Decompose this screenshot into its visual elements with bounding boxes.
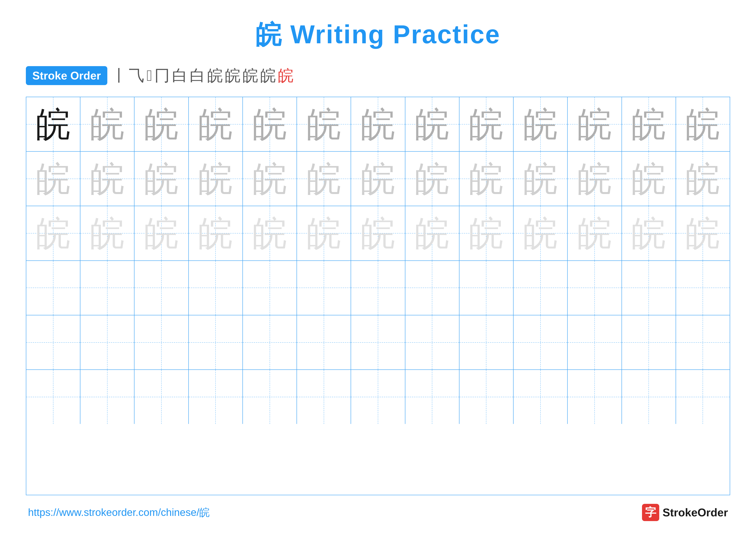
grid-cell (80, 261, 134, 315)
cell-character: 皖 (307, 162, 341, 196)
stroke-step-9: 皖 (243, 65, 258, 86)
grid-row: 皖皖皖皖皖皖皖皖皖皖皖皖皖 (26, 97, 730, 152)
grid-cell: 皖 (459, 152, 514, 206)
grid-row (26, 315, 730, 370)
grid-cell: 皖 (351, 152, 405, 206)
grid-cell: 皖 (514, 152, 568, 206)
cell-character: 皖 (632, 107, 666, 141)
footer-logo: 字 StrokeOrder (642, 504, 728, 521)
grid-cell: 皖 (568, 97, 622, 151)
cell-character: 皖 (36, 162, 70, 196)
grid-cell: 皖 (676, 97, 730, 151)
grid-cell: 皖 (676, 152, 730, 206)
grid-cell (514, 315, 568, 369)
cell-character: 皖 (632, 162, 666, 196)
grid-cell (134, 370, 189, 424)
cell-character: 皖 (90, 162, 124, 196)
grid-cell: 皖 (568, 206, 622, 260)
grid-cell (351, 315, 405, 369)
grid-cell (189, 370, 243, 424)
grid-cell (459, 370, 514, 424)
logo-icon: 字 (642, 504, 659, 521)
grid-cell: 皖 (26, 152, 80, 206)
cell-character: 皖 (577, 107, 612, 141)
grid-cell (297, 315, 351, 369)
grid-cell (676, 261, 730, 315)
grid-cell (405, 261, 459, 315)
grid-cell: 皖 (351, 206, 405, 260)
stroke-step-7: 皖 (207, 65, 223, 86)
cell-character: 皖 (90, 107, 124, 141)
grid-cell: 皖 (622, 206, 676, 260)
stroke-step-2: ⺄ (129, 65, 145, 86)
grid-cell (297, 370, 351, 424)
grid-cell: 皖 (297, 152, 351, 206)
cell-character: 皖 (523, 162, 558, 196)
grid-cell (243, 261, 297, 315)
cell-character: 皖 (415, 216, 449, 250)
cell-character: 皖 (36, 216, 70, 250)
cell-character: 皖 (307, 216, 341, 250)
cell-character: 皖 (469, 216, 503, 250)
grid-cell (80, 315, 134, 369)
grid-cell: 皖 (80, 206, 134, 260)
cell-character: 皖 (253, 216, 287, 250)
grid-cell (405, 370, 459, 424)
grid-cell (676, 315, 730, 369)
grid-cell (189, 315, 243, 369)
cell-character: 皖 (577, 162, 612, 196)
grid-cell (351, 370, 405, 424)
cell-character: 皖 (253, 107, 287, 141)
cell-character: 皖 (361, 216, 395, 250)
grid-cell: 皖 (26, 206, 80, 260)
grid-cell (80, 370, 134, 424)
grid-cell: 皖 (622, 152, 676, 206)
stroke-step-11: 皖 (278, 65, 293, 86)
grid-row: 皖皖皖皖皖皖皖皖皖皖皖皖皖 (26, 152, 730, 206)
cell-character: 皖 (253, 162, 287, 196)
grid-cell (622, 315, 676, 369)
cell-character: 皖 (144, 162, 179, 196)
cell-character: 皖 (469, 162, 503, 196)
cell-character: 皖 (686, 107, 720, 141)
grid-cell (405, 315, 459, 369)
stroke-step-8: 皖 (225, 65, 240, 86)
grid-cell (134, 261, 189, 315)
cell-character: 皖 (577, 216, 612, 250)
grid-cell: 皖 (568, 152, 622, 206)
cell-character: 皖 (632, 216, 666, 250)
practice-grid: 皖皖皖皖皖皖皖皖皖皖皖皖皖皖皖皖皖皖皖皖皖皖皖皖皖皖皖皖皖皖皖皖皖皖皖皖皖皖皖 (26, 97, 730, 495)
grid-cell: 皖 (134, 97, 189, 151)
stroke-step-4: 冂 (154, 65, 170, 86)
cell-character: 皖 (415, 107, 449, 141)
grid-cell: 皖 (189, 97, 243, 151)
cell-character: 皖 (36, 107, 70, 141)
cell-character: 皖 (523, 216, 558, 250)
stroke-step-5: 白 (172, 65, 187, 86)
footer-url: https://www.strokeorder.com/chinese/皖 (28, 506, 210, 519)
grid-cell: 皖 (243, 97, 297, 151)
grid-row: 皖皖皖皖皖皖皖皖皖皖皖皖皖 (26, 206, 730, 261)
grid-cell (297, 261, 351, 315)
grid-cell: 皖 (243, 206, 297, 260)
grid-cell: 皖 (26, 97, 80, 151)
page-title: 皖 Writing Practice (256, 17, 500, 52)
logo-text: StrokeOrder (663, 506, 728, 519)
cell-character: 皖 (686, 216, 720, 250)
stroke-step-10: 皖 (260, 65, 276, 86)
cell-character: 皖 (144, 107, 179, 141)
cell-character: 皖 (144, 216, 179, 250)
grid-cell: 皖 (514, 206, 568, 260)
grid-cell (568, 315, 622, 369)
grid-cell (676, 370, 730, 424)
grid-cell (134, 315, 189, 369)
stroke-order-badge: Stroke Order (26, 66, 107, 85)
grid-cell (568, 261, 622, 315)
stroke-step-3: 𠃊 (147, 67, 152, 85)
grid-cell (26, 315, 80, 369)
grid-cell: 皖 (189, 152, 243, 206)
cell-character: 皖 (686, 162, 720, 196)
grid-cell: 皖 (134, 206, 189, 260)
grid-row (26, 261, 730, 315)
grid-cell: 皖 (351, 97, 405, 151)
